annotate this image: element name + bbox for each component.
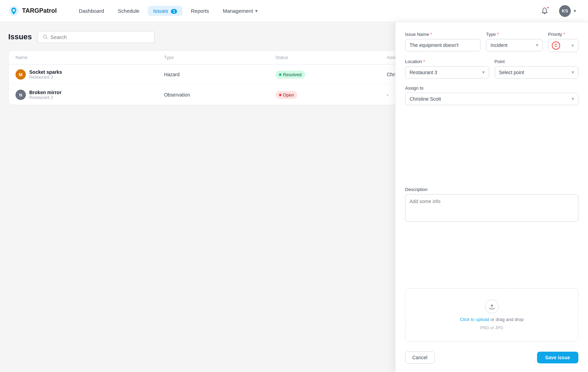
row-avatar: M [16, 69, 26, 80]
form-row-top: Issue Name * Type * Incident Hazard Obse… [405, 32, 578, 52]
col-status: Status [276, 55, 387, 60]
avatar: KS [559, 5, 571, 17]
type-label: Type * [486, 32, 543, 37]
user-avatar-button[interactable]: KS ▼ [556, 4, 580, 18]
panel-footer: Cancel Save issue [405, 349, 578, 364]
page-title: Issues [8, 32, 32, 41]
description-label: Description [405, 187, 578, 192]
notifications-button[interactable] [538, 5, 551, 17]
type-select-wrapper: Incident Hazard Observation ▼ [486, 39, 543, 51]
logo-icon [8, 6, 19, 17]
chevron-down-icon: ▼ [571, 43, 575, 48]
point-group: Point Select point ▼ [495, 59, 579, 79]
required-star: * [430, 32, 432, 37]
priority-select[interactable]: C ▼ [548, 39, 578, 52]
issue-name-label: Issue Name * [405, 32, 481, 37]
location-group: Location * Restaurant 3 ▼ [405, 59, 489, 79]
description-textarea[interactable] [405, 194, 578, 222]
issues-badge: 1 [171, 9, 177, 14]
row-avatar: N [16, 90, 26, 100]
issue-name-cell: M Socket sparks Restaurant 3 [16, 69, 164, 80]
col-name: Name [16, 55, 164, 60]
svg-point-1 [13, 9, 15, 11]
nav-links: Dashboard Schedule Issues 1 Reports Mana… [73, 6, 527, 16]
issue-status: Open [276, 91, 387, 99]
type-group: Type * Incident Hazard Observation ▼ [486, 32, 543, 52]
issue-name-input[interactable] [405, 39, 481, 51]
save-issue-button[interactable]: Save issue [537, 352, 578, 363]
issue-status: Resolved [276, 71, 387, 79]
upload-area[interactable]: Click to upload or drag and drop PNG or … [405, 288, 578, 342]
nav-item-dashboard[interactable]: Dashboard [73, 6, 110, 16]
issue-subtitle: Restaurant 3 [29, 75, 62, 80]
form-row-location: Location * Restaurant 3 ▼ Point Select p… [405, 59, 578, 79]
search-icon [43, 34, 48, 40]
priority-circle: C [552, 41, 560, 50]
logo[interactable]: TARGPatrol [8, 6, 57, 17]
nav-right: KS ▼ [538, 4, 580, 18]
search-box[interactable] [38, 31, 155, 43]
cancel-button[interactable]: Cancel [405, 351, 435, 364]
assign-to-select[interactable]: Christine Scott [405, 93, 578, 105]
point-select-wrapper: Select point ▼ [495, 66, 579, 79]
required-star: * [563, 32, 565, 37]
assign-to-label: Assign to [405, 86, 578, 91]
nav-item-schedule[interactable]: Schedule [112, 6, 145, 16]
search-input[interactable] [50, 34, 149, 40]
status-dot-green [279, 73, 281, 76]
description-group: Description [405, 187, 578, 281]
location-select[interactable]: Restaurant 3 [405, 66, 489, 79]
status-dot-red [279, 94, 281, 96]
issue-type: Hazard [164, 72, 275, 77]
assign-to-select-wrapper: Christine Scott ▼ [405, 93, 578, 105]
type-select[interactable]: Incident Hazard Observation [486, 39, 543, 51]
nav-item-reports[interactable]: Reports [185, 6, 215, 16]
point-select[interactable]: Select point [495, 66, 579, 79]
chevron-down-icon: ▼ [254, 9, 258, 13]
issue-subtitle: Restaurant 3 [29, 95, 61, 100]
required-star: * [423, 59, 425, 64]
upload-icon [485, 300, 499, 313]
point-label: Point [495, 59, 579, 64]
chevron-down-icon: ▼ [573, 9, 577, 13]
nav-item-management[interactable]: Management ▼ [217, 6, 264, 16]
upload-text: Click to upload or drag and drop [460, 317, 524, 322]
add-issue-panel: Issue Name * Type * Incident Hazard Obse… [395, 22, 588, 372]
upload-link[interactable]: Click to upload [460, 317, 489, 322]
required-star: * [497, 32, 499, 37]
issue-name-cell: N Broken mirror Restaurant 3 [16, 90, 164, 100]
priority-label: Priority * [548, 32, 578, 37]
priority-group: Priority * C ▼ [548, 32, 578, 52]
upload-hint: PNG or JPG [480, 325, 503, 330]
issue-name-group: Issue Name * [405, 32, 481, 52]
location-select-wrapper: Restaurant 3 ▼ [405, 66, 489, 79]
nav-item-issues[interactable]: Issues 1 [148, 6, 183, 16]
navbar: TARGPatrol Dashboard Schedule Issues 1 R… [0, 0, 588, 22]
location-label: Location * [405, 59, 489, 64]
assign-to-group: Assign to Christine Scott ▼ [405, 86, 578, 180]
col-type: Type [164, 55, 275, 60]
issue-title: Socket sparks [29, 69, 62, 75]
issue-title: Broken mirror [29, 90, 61, 95]
notification-dot [547, 6, 549, 9]
issue-type: Observation [164, 92, 275, 98]
